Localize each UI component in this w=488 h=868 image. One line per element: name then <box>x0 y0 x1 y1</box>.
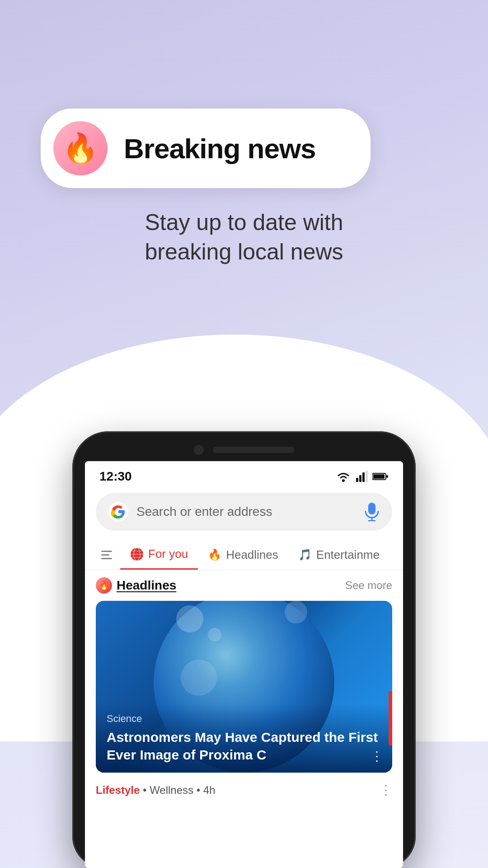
article-time: 4h <box>203 784 216 796</box>
subtitle-line2: breaking local news <box>145 239 343 264</box>
tab-for-you[interactable]: For you <box>120 540 198 570</box>
article-source: Wellness <box>150 784 193 796</box>
svg-rect-7 <box>386 475 388 478</box>
flame-circle: 🔥 <box>53 121 108 175</box>
svg-point-0 <box>342 479 345 482</box>
section-title: 🔥 Headlines <box>96 577 176 594</box>
section-header: 🔥 Headlines See more <box>85 570 403 597</box>
article-dot: • <box>143 784 146 796</box>
phone-outer: 12:30 <box>72 431 416 868</box>
mic-icon[interactable] <box>364 502 380 521</box>
headlines-flame-icon: 🔥 <box>208 548 221 561</box>
news-menu-button[interactable]: ⋮ <box>371 749 383 764</box>
tab-for-you-label: For you <box>148 547 188 561</box>
wifi-icon <box>336 471 351 482</box>
article-meta: Lifestyle • Wellness • 4h <box>96 784 216 797</box>
svg-rect-1 <box>356 478 358 482</box>
article-menu-button[interactable]: ⋮ <box>380 783 392 797</box>
bottom-article-row[interactable]: Lifestyle • Wellness • 4h ⋮ <box>85 776 403 804</box>
scroll-indicator <box>389 691 392 745</box>
search-bar[interactable]: Search or enter address <box>96 493 392 531</box>
svg-rect-9 <box>368 503 375 514</box>
article-category: Lifestyle <box>96 784 140 796</box>
search-input[interactable]: Search or enter address <box>136 505 356 519</box>
news-category: Science <box>107 713 381 725</box>
status-bar: 12:30 <box>85 461 403 488</box>
camera-dot <box>194 445 204 455</box>
speaker-bar <box>213 447 294 453</box>
svg-rect-4 <box>366 471 368 482</box>
globe-icon-red <box>130 547 144 561</box>
svg-rect-3 <box>362 472 365 482</box>
subtitle: Stay up to date with breaking local news <box>0 208 488 267</box>
filter-button[interactable] <box>93 543 120 566</box>
article-dot2: • <box>197 784 200 796</box>
entertainment-music-icon: 🎵 <box>298 548 312 561</box>
news-headline: Astronomers May Have Captured the First … <box>107 728 381 764</box>
see-more-link[interactable]: See more <box>345 579 392 592</box>
status-time: 12:30 <box>99 469 132 484</box>
filter-lines-icon <box>101 551 112 559</box>
signal-icon <box>355 471 368 482</box>
section-title-text: Headlines <box>117 578 176 593</box>
news-card-content: Science Astronomers May Have Captured th… <box>96 704 392 773</box>
battery-icon <box>372 472 389 481</box>
tab-headlines-label: Headlines <box>226 548 278 562</box>
phone-screen: 12:30 <box>85 461 403 868</box>
tab-entertainment-label: Entertainme <box>316 548 380 562</box>
breaking-news-title: Breaking news <box>124 132 316 165</box>
svg-rect-6 <box>373 474 385 479</box>
tab-bar: For you 🔥 Headlines 🎵 Entertainme <box>85 540 403 570</box>
google-logo <box>108 502 128 522</box>
svg-rect-2 <box>359 475 361 482</box>
breaking-news-card: 🔥 Breaking news <box>41 108 371 188</box>
tab-headlines[interactable]: 🔥 Headlines <box>198 541 288 569</box>
subtitle-line1: Stay up to date with <box>145 210 343 235</box>
phone-mockup: 12:30 <box>72 431 416 868</box>
status-icons <box>336 471 389 482</box>
news-card[interactable]: Science Astronomers May Have Captured th… <box>96 601 392 773</box>
flame-icon: 🔥 <box>62 132 99 165</box>
tab-entertainment[interactable]: 🎵 Entertainme <box>288 541 389 569</box>
phone-top-bar <box>85 445 403 461</box>
section-title-icon: 🔥 <box>96 577 112 594</box>
